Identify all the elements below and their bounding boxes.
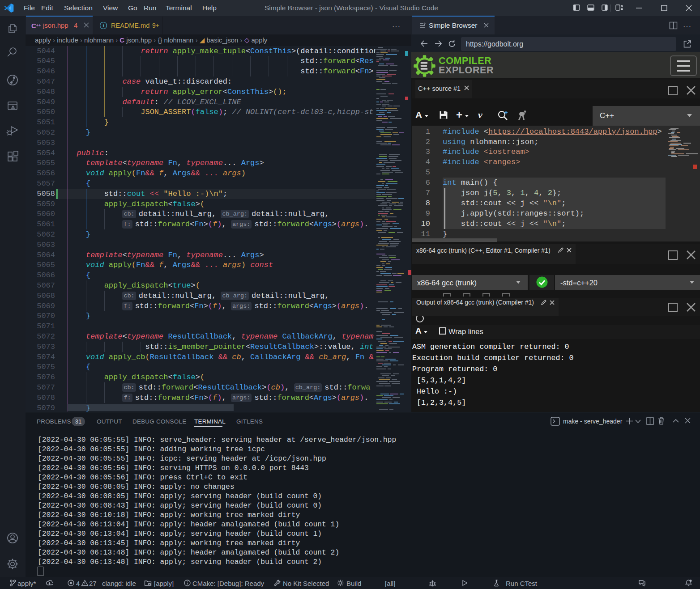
svg-text:i: i — [102, 23, 104, 28]
